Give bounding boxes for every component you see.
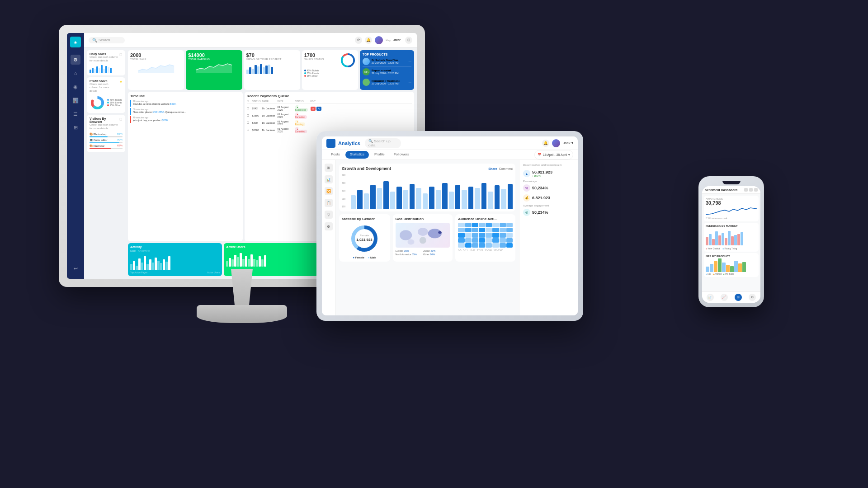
growth-tab-share[interactable]: Share (488, 167, 497, 170)
sidebar-icon-users[interactable]: ◉ (71, 82, 80, 92)
sidebar-analytics-2[interactable]: 📊 (325, 175, 333, 183)
tab-profile[interactable]: Profile (370, 150, 389, 160)
sidebar-analytics-5[interactable]: ▽ (325, 211, 333, 219)
edit-btn[interactable]: ✎ (316, 107, 321, 111)
phone-icon-2[interactable] (749, 188, 753, 192)
growth-tab-comment[interactable]: Comment (499, 167, 513, 170)
analytics-bell[interactable]: 🔔 (542, 140, 549, 147)
bar (101, 65, 103, 73)
nps-bar (706, 267, 709, 272)
sidebar-analytics-4[interactable]: 📋 (325, 199, 333, 207)
visitors-title: Visitors By Browser (90, 117, 119, 123)
top-products-card: TOP PRODUCTS Dr Sultads Sand You 29 July… (360, 50, 414, 90)
bar (728, 231, 731, 245)
bar (96, 66, 98, 73)
activity-legend: Sale Overview (130, 249, 220, 252)
bar (403, 190, 408, 209)
analytics-search[interactable]: 🔍 Search up data (365, 138, 401, 148)
analytics-bottom: Statistic by Gender Female 1,021,923 (339, 214, 515, 262)
phone-icon-1[interactable] (744, 188, 748, 192)
phone-header-icons (744, 188, 758, 192)
sidebar-analytics-1[interactable]: ⊞ (325, 164, 333, 172)
notification-icon[interactable]: 🔔 (365, 37, 372, 44)
analytics-logo (326, 139, 335, 148)
feedback-title: FEEDBACK BY MARKET (706, 225, 757, 227)
geo-title: Geo Distribution (396, 217, 450, 221)
awareness-card: AWARENESS 30,798 0.5% awareness rank (704, 196, 759, 221)
browser-code-editor: 💻 Code editor90% (90, 138, 123, 143)
views-chart (246, 63, 298, 74)
expand-icon[interactable]: ⟳ (355, 37, 362, 44)
monitor-stand-base (197, 305, 287, 323)
phone-nav-chart[interactable]: 📊 (707, 294, 714, 301)
product-menu-1[interactable]: ··· (408, 60, 411, 64)
metric-value-status: 1700 (304, 52, 324, 58)
heat-cell (500, 238, 506, 243)
bar (248, 259, 250, 267)
bar (252, 69, 254, 75)
geo-card: Geo Distribution (393, 214, 453, 262)
bar (357, 190, 362, 209)
heat-cell (458, 243, 464, 248)
heat-cell (465, 233, 472, 237)
bar (146, 264, 149, 270)
sidebar-icon-list[interactable]: ☰ (71, 109, 80, 119)
profit-icon: ★ (119, 80, 123, 84)
sidebar-icon-grid[interactable]: ⊞ (71, 122, 80, 132)
grid-icon[interactable]: ⊞ (405, 37, 412, 44)
sidebar-icon-logout[interactable]: ↩ (71, 263, 80, 273)
payment-row-1: ☐ $542 Dr. Jackson 01 August 2020 ● Succ… (247, 105, 412, 112)
phone-nav-settings[interactable]: ⚙ (749, 294, 756, 301)
right-metric-info-1: 56.021.923 +150% (532, 170, 552, 177)
sidebar-analytics-6[interactable]: ⚙ (325, 222, 333, 230)
tab-statistics[interactable]: Statistics (345, 151, 369, 159)
bar (250, 254, 253, 267)
left-panel: Daily Sales Check out each column for mo… (87, 50, 125, 276)
sidebar-icon-home[interactable]: ⌂ (71, 68, 80, 78)
phone-nav-home[interactable]: ⊞ (735, 294, 742, 301)
right-metric-3: 💰 6.821.923 (523, 194, 574, 202)
growth-title: Growth and Development (342, 166, 391, 171)
nps-bar (738, 263, 742, 272)
metric-value-2: 50,234% (532, 186, 548, 190)
heat-cell (500, 223, 506, 227)
bar (423, 193, 428, 209)
heat-cell (486, 228, 492, 232)
sidebar-analytics-3[interactable]: 🔀 (325, 187, 333, 195)
tablet-screen: Analytics 🔍 Search up data 🔔 Jack ▾ Post… (322, 136, 578, 315)
phone-icon-3[interactable] (754, 188, 758, 192)
date-picker[interactable]: 📅 15 April - 25 April ▾ (534, 150, 573, 160)
nps-card: NPS BY PRODUCT (704, 253, 759, 277)
phone-nav-graph[interactable]: 📈 (721, 294, 728, 301)
bar (508, 184, 513, 209)
product-menu-2[interactable]: ··· (408, 70, 411, 74)
sentiment-header-row: Sentiment Dashboard (705, 188, 758, 192)
heat-cell (479, 243, 485, 248)
delete-btn[interactable]: ✕ (311, 107, 316, 111)
right-metric-info-3: 6.821.923 (532, 196, 550, 200)
search-box[interactable]: 🔍 Search (89, 37, 125, 43)
sentiment-header: Sentiment Dashboard (702, 186, 760, 194)
user-name: Jafar (393, 38, 401, 42)
timeline-title: Timeline (130, 94, 241, 98)
nps-bar (734, 261, 738, 272)
bar (253, 259, 255, 267)
payments-header: ☐ STATUS NAME DATE STATUS EDIT (247, 100, 412, 104)
sidebar-icon-settings[interactable]: ⚙ (71, 55, 80, 65)
nps-bar (730, 266, 734, 272)
nps-title: NPS BY PRODUCT (706, 255, 757, 258)
gender-legend: ● Female ● Male (353, 256, 376, 259)
bar (468, 187, 473, 209)
bar (138, 258, 141, 270)
nps-bar (710, 264, 713, 272)
sidebar-icon-chart[interactable]: 📊 (71, 95, 80, 105)
growth-tabs: Share Comment (488, 167, 513, 170)
bar (240, 253, 242, 267)
tab-followers[interactable]: Followers (389, 150, 414, 160)
timeline-item-1: 18 minutes ago Youtube, a video-sharing … (130, 100, 241, 107)
tab-posts[interactable]: Posts (326, 150, 344, 160)
product-menu-3[interactable]: ··· (408, 80, 411, 84)
phone-frame: Sentiment Dashboard AWARENESS (698, 176, 764, 307)
activity-card: Activity Sale Overview (128, 243, 222, 276)
metric-value-1: 56.021.923 (532, 170, 552, 174)
